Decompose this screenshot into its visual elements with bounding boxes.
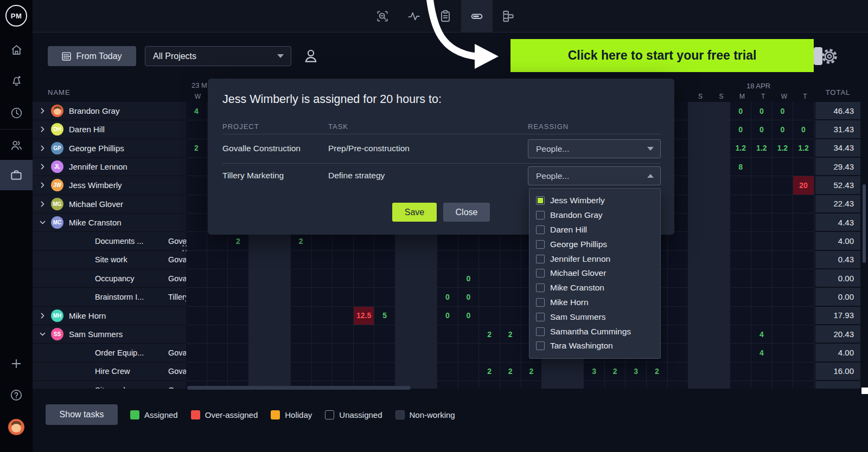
workload-cell[interactable]: 0 — [773, 120, 794, 139]
workload-cell[interactable]: 2 — [521, 363, 542, 381]
workload-cell[interactable]: 4 — [751, 344, 773, 362]
people-option[interactable]: Mike Cranston — [536, 281, 660, 295]
zoom-select-icon[interactable] — [367, 0, 398, 32]
people-option[interactable]: Brandon Gray — [536, 208, 660, 223]
workload-cell[interactable]: 3 — [584, 363, 605, 381]
person-row[interactable]: Brandon Gray — [33, 102, 186, 120]
chevron-right-icon[interactable] — [39, 201, 51, 208]
workload-cell[interactable]: 2 — [647, 363, 668, 381]
checkbox-unchecked[interactable] — [536, 269, 545, 277]
workload-icon[interactable] — [461, 0, 493, 32]
people-option[interactable]: Mike Horn — [536, 295, 660, 310]
people-option[interactable]: Samantha Cummings — [536, 324, 660, 339]
workload-cell[interactable]: 3 — [626, 363, 647, 381]
workload-cell[interactable]: 0 — [458, 307, 480, 325]
notifications-bell-icon[interactable] — [0, 65, 33, 95]
workload-cell[interactable]: 2 — [479, 363, 500, 381]
task-row[interactable]: OccupancyGovalle Con.. — [33, 269, 186, 288]
person-row[interactable]: MGMichael Glover — [33, 195, 186, 214]
workload-cell[interactable]: 0 — [437, 288, 458, 306]
checkbox-unchecked[interactable] — [536, 283, 545, 292]
workload-cell[interactable]: 0 — [793, 120, 814, 139]
portfolio-briefcase-icon[interactable] — [0, 160, 33, 190]
workload-cell[interactable]: 0 — [751, 120, 773, 139]
people-option[interactable]: Sam Summers — [536, 309, 660, 324]
checkbox-unchecked[interactable] — [536, 327, 545, 336]
workload-cell[interactable]: 2 — [228, 232, 249, 250]
person-row[interactable]: MCMike Cranston — [33, 214, 186, 232]
person-row[interactable]: MHMike Horn — [33, 307, 186, 325]
settings-gear-icon[interactable] — [820, 47, 839, 66]
person-row[interactable]: JWJess Wimberly — [33, 176, 186, 195]
task-row[interactable]: Order Equip...Govalle Con.. — [33, 344, 186, 362]
people-option[interactable]: George Phillips — [536, 237, 660, 251]
checkbox-unchecked[interactable] — [536, 240, 545, 249]
workload-cell[interactable]: 2 — [500, 325, 521, 344]
workload-cell[interactable]: 5 — [374, 307, 395, 325]
workload-cell[interactable]: 4 — [186, 102, 207, 120]
checkbox-checked[interactable] — [536, 196, 545, 205]
help-icon[interactable] — [0, 380, 33, 410]
workload-cell[interactable]: 2 — [186, 139, 207, 158]
time-clock-icon[interactable] — [0, 98, 33, 128]
show-tasks-button[interactable]: Show tasks — [46, 404, 118, 425]
workload-cell[interactable]: 2 — [500, 363, 521, 381]
person-row[interactable]: DHDaren Hill — [33, 120, 186, 139]
chevron-right-icon[interactable] — [39, 145, 51, 152]
home-icon[interactable] — [0, 35, 33, 65]
chevron-down-icon[interactable] — [39, 331, 51, 338]
workload-cell[interactable]: 1.2 — [773, 139, 794, 158]
person-row[interactable]: SSSam Summers — [33, 325, 186, 344]
checkbox-unchecked[interactable] — [536, 211, 545, 219]
people-option[interactable]: Michael Glover — [536, 266, 660, 281]
task-row[interactable]: Hire CrewGovalle Con.. — [33, 363, 186, 381]
sitemap-icon[interactable] — [493, 0, 524, 32]
add-plus-icon[interactable] — [0, 348, 33, 379]
chevron-down-icon[interactable] — [39, 219, 51, 226]
chevron-right-icon[interactable] — [39, 163, 51, 170]
workload-cell[interactable]: 0 — [437, 307, 458, 325]
people-option[interactable]: Tara Washington — [536, 339, 660, 353]
people-filter-icon[interactable] — [300, 46, 322, 66]
reassign-people-select-open[interactable]: People... — [528, 166, 661, 185]
workload-cell[interactable]: 2 — [479, 325, 500, 344]
workload-cell[interactable]: 0 — [458, 269, 480, 288]
workload-cell[interactable]: 0 — [730, 102, 751, 120]
column-resize-handle[interactable] — [182, 240, 187, 253]
workload-cell[interactable]: 12.5 — [354, 307, 375, 325]
person-row[interactable]: JLJennifer Lennon — [33, 158, 186, 176]
checkbox-unchecked[interactable] — [536, 225, 545, 234]
people-option[interactable]: Jennifer Lennon — [536, 251, 660, 266]
task-row[interactable]: Site workGovalle Con — [33, 381, 186, 389]
chevron-right-icon[interactable] — [39, 312, 51, 319]
reassign-people-select[interactable]: People... — [528, 139, 661, 158]
task-row[interactable]: Site workGovalle Con.. — [33, 251, 186, 269]
workload-cell[interactable]: 1.2 — [793, 139, 814, 158]
close-button[interactable]: Close — [443, 203, 490, 222]
workload-cell[interactable]: 8 — [730, 158, 751, 176]
chevron-right-icon[interactable] — [39, 126, 51, 133]
workload-cell[interactable]: 20 — [793, 176, 814, 195]
user-avatar[interactable] — [0, 412, 33, 442]
workload-cell[interactable]: 0 — [773, 102, 794, 120]
workload-cell[interactable]: 0 — [751, 102, 773, 120]
workload-cell[interactable]: 2 — [605, 363, 626, 381]
vertical-scrollbar[interactable] — [863, 184, 866, 263]
team-people-icon[interactable] — [0, 130, 33, 160]
from-today-button[interactable]: From Today — [48, 46, 136, 66]
save-button[interactable]: Save — [392, 203, 437, 222]
task-row[interactable]: Brainstorm I...Tillery Mark.. — [33, 288, 186, 306]
workload-cell[interactable]: 0 — [458, 288, 480, 306]
workload-cell[interactable]: 1.2 — [751, 139, 773, 158]
checkbox-unchecked[interactable] — [536, 255, 545, 263]
pm-logo[interactable]: PM — [5, 5, 27, 27]
people-option[interactable]: Jess Wimberly — [536, 193, 660, 208]
chevron-right-icon[interactable] — [39, 107, 51, 114]
horizontal-scrollbar[interactable] — [187, 386, 411, 390]
person-row[interactable]: GPGeorge Phillips — [33, 139, 186, 158]
task-row[interactable]: Documents ...Govalle Con.. — [33, 232, 186, 250]
free-trial-banner[interactable]: Click here to start your free trial — [510, 39, 814, 72]
chevron-right-icon[interactable] — [39, 182, 51, 189]
workload-cell[interactable]: 1.2 — [730, 139, 751, 158]
clipboard-icon[interactable] — [430, 0, 461, 32]
